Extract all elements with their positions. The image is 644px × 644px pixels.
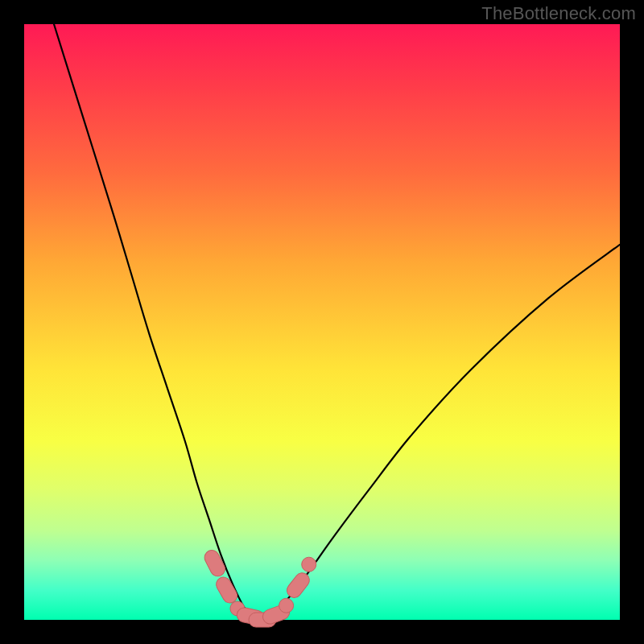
bottleneck-curve [54,24,620,621]
watermark-text: TheBottleneck.com [481,3,636,24]
marker-dot [279,598,294,613]
chart-frame: TheBottleneck.com [0,0,644,644]
curve-path [54,24,620,621]
chart-overlay [24,24,620,620]
marker-dot [302,557,316,572]
curve-markers [202,547,316,627]
marker-capsule [284,570,312,601]
